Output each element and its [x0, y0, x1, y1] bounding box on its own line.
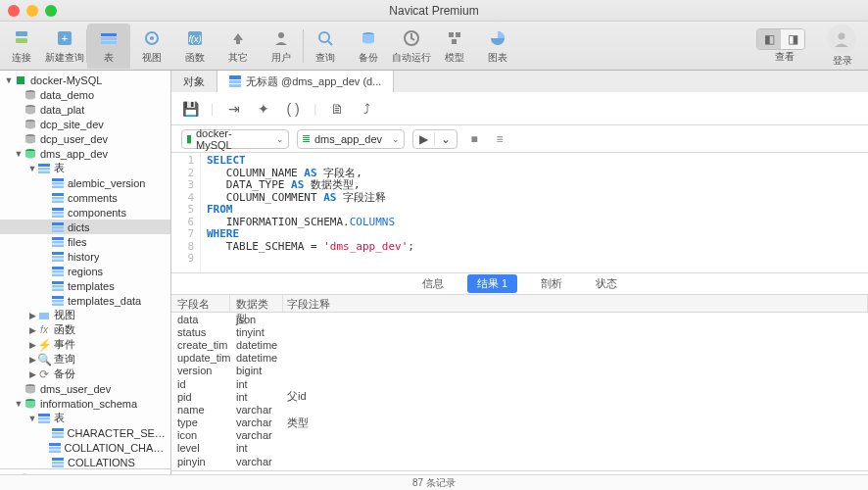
- tree-item[interactable]: ▶fx函数: [0, 322, 170, 337]
- sql-gutter: 123456789: [171, 153, 201, 272]
- database-select[interactable]: ≣ dms_app_dev ⌄: [297, 129, 405, 149]
- grid-row[interactable]: namevarchar: [171, 403, 868, 416]
- tb-automation[interactable]: 自动运行: [390, 24, 433, 69]
- grid-row[interactable]: levelint: [171, 442, 868, 455]
- tree-item[interactable]: dcp_site_dev: [0, 117, 170, 131]
- tree-item[interactable]: ▼表: [0, 411, 170, 425]
- tree-item[interactable]: data_plat: [0, 102, 170, 117]
- svg-rect-35: [52, 208, 64, 211]
- grid-row[interactable]: datajson: [171, 313, 868, 325]
- tab-objects[interactable]: 对象: [171, 71, 217, 92]
- tree-icon: [24, 398, 37, 410]
- grid-row[interactable]: typevarchar类型: [171, 416, 868, 429]
- window-close[interactable]: [8, 5, 20, 17]
- tree-item[interactable]: dcp_user_dev: [0, 131, 170, 146]
- result-tab[interactable]: 结果 1: [467, 274, 517, 293]
- grid-row[interactable]: pinyinvarchar: [171, 455, 868, 467]
- grid-row[interactable]: iconvarchar: [171, 429, 868, 442]
- doc-icon[interactable]: 🗎: [328, 100, 346, 118]
- svg-rect-39: [52, 226, 64, 229]
- run-button[interactable]: ▶⌄: [412, 129, 458, 149]
- svg-line-13: [328, 41, 332, 45]
- result-tab[interactable]: 状态: [586, 274, 627, 293]
- svg-rect-41: [52, 237, 64, 240]
- result-grid[interactable]: datajsonstatustinyintcreate_timdatetimeu…: [171, 313, 868, 470]
- tb-connect[interactable]: 连接: [0, 24, 43, 69]
- tree-icon: [51, 457, 65, 468]
- chevron-down-icon[interactable]: ⌄: [434, 132, 457, 146]
- export-icon[interactable]: ⤴: [358, 100, 375, 118]
- tree-item[interactable]: history: [0, 249, 170, 264]
- tree-item[interactable]: COLLATION_CHARAC...: [0, 440, 170, 455]
- tree-icon: [24, 89, 37, 101]
- view-mode-segment[interactable]: ◧ ◨: [756, 28, 805, 50]
- pane-left-icon[interactable]: ◧: [757, 29, 781, 49]
- sql-editor[interactable]: SELECT COLUMN_NAME AS 字段名, DATA_TYPE AS …: [201, 153, 868, 272]
- grid-row[interactable]: versionbigint: [171, 365, 868, 377]
- tree-item[interactable]: ▶🔍查询: [0, 352, 170, 367]
- tree-item[interactable]: COLLATIONS: [0, 455, 170, 468]
- tree-item[interactable]: components: [0, 205, 170, 220]
- user-avatar[interactable]: [827, 24, 856, 54]
- grid-row[interactable]: create_timdatetime: [171, 338, 868, 351]
- tb-backup[interactable]: 备份: [347, 24, 390, 69]
- tree-item[interactable]: comments: [0, 190, 170, 205]
- tb-user[interactable]: 用户: [260, 24, 303, 69]
- tb-function[interactable]: f(x)函数: [173, 24, 217, 69]
- tree-item[interactable]: alembic_version: [0, 175, 170, 190]
- tree-item[interactable]: templates: [0, 278, 170, 293]
- tree-item[interactable]: dicts: [0, 220, 170, 234]
- main-toolbar: 连接 +新建查询 表 视图 f(x)函数 其它 用户 查询 备份 自动运行 模型…: [0, 22, 868, 71]
- brackets-icon[interactable]: ( ): [284, 100, 302, 118]
- tree-item[interactable]: regions: [0, 264, 170, 278]
- grid-row[interactable]: idint: [171, 377, 868, 390]
- tree-item[interactable]: templates_data: [0, 293, 170, 308]
- svg-rect-0: [16, 31, 27, 36]
- tree-item[interactable]: ▼dms_app_dev: [0, 146, 170, 161]
- svg-rect-56: [39, 313, 49, 319]
- result-tab[interactable]: 信息: [412, 274, 454, 293]
- explain-button[interactable]: ≡: [491, 130, 508, 148]
- tree-root[interactable]: ▼docker-MySQL: [0, 73, 170, 87]
- connection-select[interactable]: ▮ docker-MySQL ⌄: [181, 129, 289, 149]
- tree-item[interactable]: CHARACTER_SETS: [0, 425, 170, 440]
- grid-row[interactable]: pidint父id: [171, 390, 868, 403]
- svg-point-19: [839, 32, 845, 39]
- pane-right-icon[interactable]: ◨: [781, 29, 804, 49]
- col-header-comment[interactable]: 字段注释: [283, 295, 868, 312]
- result-tab[interactable]: 剖析: [531, 274, 572, 293]
- tree-item[interactable]: ▶⟳备份: [0, 367, 170, 381]
- window-title: Navicat Premium: [389, 4, 478, 18]
- tab-query-untitled[interactable]: 无标题 @dms_app_dev (d...: [217, 71, 394, 93]
- tb-query[interactable]: 查询: [304, 24, 347, 69]
- tb-view[interactable]: 视图: [130, 24, 173, 69]
- save-icon[interactable]: 💾: [181, 100, 199, 118]
- col-header-type[interactable]: 数据类型: [230, 295, 283, 312]
- window-minimize[interactable]: [26, 5, 38, 17]
- grid-row[interactable]: update_timdatetime: [171, 352, 868, 365]
- tb-model[interactable]: 模型: [433, 24, 476, 69]
- tree-item[interactable]: ▶视图: [0, 308, 170, 322]
- svg-rect-73: [229, 84, 241, 87]
- tree-item[interactable]: ▶⚡事件: [0, 337, 170, 352]
- tree-item[interactable]: ▼表: [0, 161, 170, 175]
- svg-rect-43: [52, 244, 64, 247]
- stop-button[interactable]: ■: [465, 130, 483, 148]
- tree-item[interactable]: files: [0, 234, 170, 249]
- indent-icon[interactable]: ⇥: [225, 100, 243, 118]
- window-zoom[interactable]: [45, 5, 57, 17]
- tb-chart[interactable]: 图表: [476, 24, 519, 69]
- grid-row[interactable]: statustinyint: [171, 325, 868, 338]
- format-icon[interactable]: ✦: [255, 100, 272, 118]
- col-header-name[interactable]: 字段名: [171, 295, 230, 312]
- tree-icon: [51, 177, 65, 189]
- tree-item[interactable]: data_demo: [0, 87, 170, 102]
- tb-new-query[interactable]: +新建查询: [43, 24, 86, 69]
- tree-item[interactable]: ▼information_schema: [0, 396, 170, 411]
- plug-icon: ▮: [186, 132, 192, 145]
- tb-other[interactable]: 其它: [217, 24, 260, 69]
- tree-item[interactable]: dms_user_dev: [0, 381, 170, 396]
- svg-rect-42: [52, 241, 64, 244]
- tb-table[interactable]: 表: [87, 24, 130, 69]
- svg-rect-18: [452, 39, 457, 44]
